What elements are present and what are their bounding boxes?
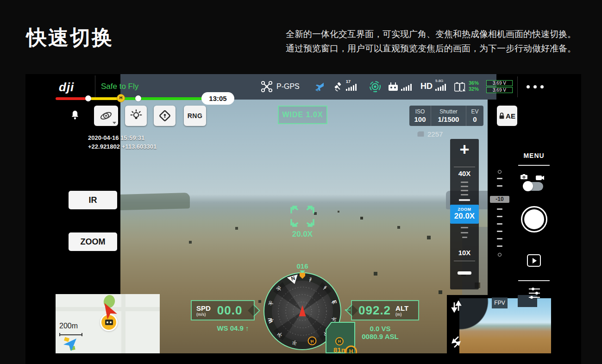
- slider-tick: [461, 186, 468, 187]
- altitude-unit: (m): [395, 312, 408, 317]
- hd-label[interactable]: HD: [420, 82, 433, 91]
- battery2-voltage: 3.69 V: [486, 87, 513, 93]
- toggle-knob: [523, 181, 533, 191]
- divider: [517, 76, 518, 97]
- slider-tick: [462, 237, 467, 238]
- zoom-in-button[interactable]: +: [450, 140, 479, 159]
- asl-readout: 0080.9 ASL: [358, 333, 402, 340]
- map-app-icon: [62, 336, 78, 353]
- speed-label: SPD: [196, 304, 211, 312]
- waypoint-mission-button[interactable]: [154, 106, 176, 126]
- dji-logo: dji: [59, 80, 74, 94]
- battery1-percent: 36%: [469, 80, 479, 86]
- satellite-icon[interactable]: [334, 82, 345, 94]
- page-description: 全新的一体化交互界面，可实现广角、变焦和热成像相机画面的快速切换。 通过预览窗口…: [280, 27, 576, 56]
- minimap[interactable]: 200m: [56, 294, 160, 353]
- speed-value: 00.0: [217, 303, 243, 318]
- page-title: 快速切换: [26, 24, 113, 51]
- gps-mode-label[interactable]: P-GPS: [276, 82, 300, 91]
- gimbal-tick: [497, 178, 502, 179]
- battery1-voltage: 3.69 V: [486, 80, 513, 86]
- remote-controller-icon[interactable]: [387, 82, 399, 94]
- flight-time: 13:05: [201, 92, 234, 105]
- battery-voltages[interactable]: 3.69 V 3.69 V: [486, 80, 513, 94]
- map-scale-label: 200m: [59, 322, 78, 330]
- gimbal-tick: [497, 208, 502, 210]
- slider-tick: [461, 227, 468, 228]
- sd-card-counter: 2257: [417, 130, 443, 138]
- fpv-preview-window[interactable]: FPV: [447, 295, 551, 353]
- speed-unit: (m/s): [196, 312, 211, 317]
- hd-signal-bars: [435, 84, 446, 91]
- adjust-settings-icon[interactable]: [527, 287, 541, 301]
- drone-gps-icon[interactable]: [261, 81, 273, 94]
- shutter-readout: Shutter 1/1500: [431, 106, 466, 126]
- gimbal-tick: [497, 231, 502, 232]
- beacon-light-button[interactable]: [125, 106, 147, 126]
- shutter-value: 1/1500: [438, 115, 459, 123]
- playback-button[interactable]: [527, 254, 541, 267]
- description-line-1: 全新的一体化交互界面，可实现广角、变焦和热成像相机画面的快速切换。: [280, 27, 576, 41]
- current-zoom-button[interactable]: ZOOM 20.0X: [450, 205, 479, 224]
- notification-bell-icon[interactable]: [70, 109, 80, 124]
- rangefinder-button[interactable]: RNG: [184, 106, 206, 126]
- zoom-mid-label: 10X: [450, 249, 479, 257]
- dji-pilot-app: dji Safe to Fly P-GPS 17: [25, 74, 581, 364]
- ae-lock-button[interactable]: AE: [497, 106, 517, 126]
- satellite-signal-bars: [346, 84, 357, 91]
- zoom-target-crosshair-icon: [289, 204, 315, 230]
- menu-button[interactable]: MENU: [516, 152, 552, 159]
- gimbal-tick: [497, 245, 502, 247]
- description-line-2: 通过预览窗口，用户可以直观预览变焦后的画面，为下一步行动做好准备。: [280, 41, 576, 56]
- compass-heading-value: 016: [295, 262, 309, 270]
- exposure-panel[interactable]: ISO 100 Shutter 1/1500 EV 0: [409, 106, 483, 126]
- shutter-inner: [524, 209, 544, 229]
- ir-camera-button[interactable]: IR: [69, 191, 117, 209]
- speed-panel: SPD (m/s) 00.0: [191, 300, 255, 320]
- slider-handle[interactable]: [459, 199, 470, 201]
- expand-view-icon[interactable]: [450, 335, 463, 351]
- wide-camera-indicator[interactable]: WIDE 1.0X: [278, 106, 327, 124]
- home-battery-marker: H: [117, 94, 125, 102]
- ev-label: EV: [471, 108, 478, 115]
- divider: [454, 261, 475, 261]
- svg-text:H: H: [311, 339, 314, 344]
- zoom-value: 20.0X: [450, 212, 479, 221]
- chevron-down-icon: [113, 122, 116, 124]
- photo-video-toggle[interactable]: [524, 182, 543, 191]
- current-zoom-indicator: 20.0X: [288, 230, 317, 239]
- photo-mode-icon: [520, 173, 528, 182]
- flight-status[interactable]: Safe to Fly: [101, 82, 138, 91]
- divider: [95, 75, 95, 97]
- adsb-plane-icon[interactable]: [314, 81, 326, 94]
- altitude-value: 092.2: [358, 303, 391, 318]
- shutter-label: Shutter: [439, 108, 458, 115]
- battery-percentages: 36% 32%: [469, 80, 479, 92]
- slider-tick: [461, 232, 468, 233]
- zoom-out-button[interactable]: [458, 271, 471, 275]
- swap-view-icon[interactable]: [451, 301, 462, 314]
- beacon-icon[interactable]: [369, 80, 382, 95]
- battery-gauge-warning: [88, 97, 120, 100]
- gimbal-scale-top: [498, 170, 502, 174]
- dual-battery-icon[interactable]: [454, 81, 467, 95]
- shoreline-left: [120, 193, 190, 210]
- ae-label: AE: [506, 112, 515, 120]
- iso-label: ISO: [415, 108, 425, 115]
- hd-band-label: 5.8G: [435, 79, 443, 83]
- letterbox-bottom: [25, 353, 581, 364]
- zoom-slider-panel: + 40X ZOOM 20.0X 10X: [450, 139, 479, 289]
- video-mode-icon: [535, 174, 545, 182]
- iso-value: 100: [414, 115, 426, 123]
- ev-readout: EV 0: [466, 106, 483, 126]
- altitude-panel: 092.2 ALT (m): [351, 300, 419, 320]
- zoom-camera-button[interactable]: ZOOM: [69, 232, 117, 251]
- more-menu-button[interactable]: [527, 85, 544, 88]
- gimbal-mode-button[interactable]: [94, 106, 118, 126]
- shutter-button[interactable]: [521, 206, 547, 232]
- video-osd-overlay: 2020-04-16 15:59:31 +22.921802 +113.6033…: [88, 133, 157, 151]
- slider-tick: [461, 182, 468, 183]
- gimbal-tick: [497, 223, 502, 225]
- rc-signal-bars: [401, 84, 412, 91]
- map-road: [121, 294, 125, 353]
